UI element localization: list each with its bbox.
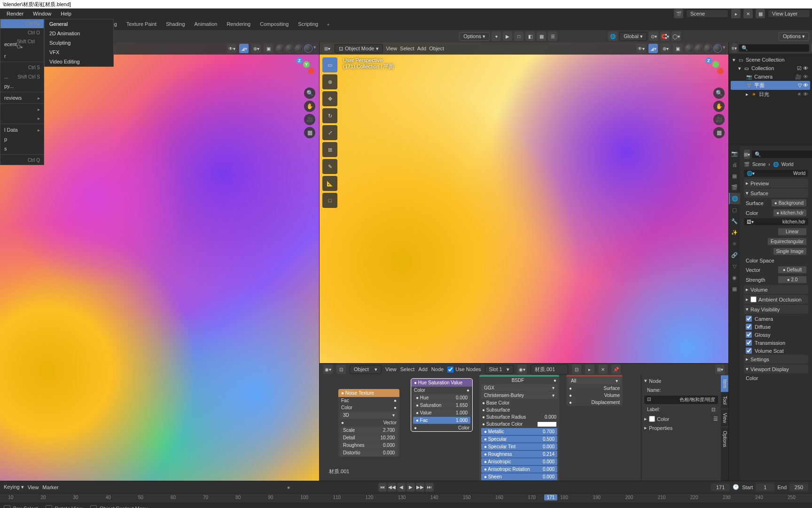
np-label[interactable]: Label:⊡	[644, 406, 718, 413]
np-tab-tool[interactable]: Tool	[721, 392, 728, 408]
snap3-icon[interactable]: ▦	[537, 32, 546, 41]
gizmo-y[interactable]: Y	[303, 61, 310, 68]
shade-matprev-r[interactable]	[704, 44, 712, 53]
file-menu-import[interactable]: ▸	[0, 105, 44, 114]
file-menu-save[interactable]: Ctrl S	[0, 63, 44, 72]
menu-render[interactable]: Render	[2, 9, 28, 18]
current-frame[interactable]: 171	[711, 484, 730, 491]
ptab-output[interactable]: 🖨	[729, 159, 740, 170]
viewport-right[interactable]: ⊞▾ ⊡ Object Mode ▾ View Select Add Objec…	[320, 42, 728, 481]
tab-add[interactable]: +	[323, 20, 333, 29]
file-menu-externaldata[interactable]: l Data▸	[0, 125, 44, 135]
shade-solid[interactable]	[285, 44, 294, 53]
ptab-texture[interactable]: ▦	[729, 283, 740, 294]
sec-viewport[interactable]: ▾ Viewport Display	[744, 365, 808, 373]
new-sculpting[interactable]: Sculpting	[45, 38, 113, 48]
tool-add[interactable]: □	[322, 193, 337, 208]
orient-icon[interactable]: 🌐	[608, 32, 617, 41]
nav-gizmo-left[interactable]: Z Y	[289, 57, 315, 84]
pan-icon[interactable]: ✋	[304, 101, 315, 112]
snap4-icon[interactable]: ☰	[548, 32, 557, 41]
vp-vis-icon[interactable]: 👁▾	[227, 44, 236, 53]
vp-gizmo-icon-r[interactable]: ◢▾	[648, 44, 658, 53]
play-fwd[interactable]: ▶	[406, 483, 415, 492]
file-menu-copy[interactable]: py...	[0, 81, 44, 91]
key-prev[interactable]: ◀◀	[388, 483, 396, 492]
tab-shading[interactable]: Shading	[161, 19, 189, 30]
cursor-icon[interactable]: ▾	[492, 32, 501, 41]
new-video[interactable]: Video Editing	[45, 57, 113, 66]
shade-wire-r[interactable]	[685, 44, 694, 53]
scene-del-icon[interactable]: ✕	[743, 9, 753, 18]
ne-menu-node[interactable]: Node	[431, 366, 444, 372]
ol-plane[interactable]: ▽平面▽ 👁	[731, 81, 810, 90]
tl-keying[interactable]: Keying ▾	[4, 484, 24, 490]
ne-menu-add[interactable]: Add	[418, 366, 428, 372]
ol-camera[interactable]: 📷Camera🎥 👁	[731, 72, 810, 81]
file-menu-cleanup[interactable]: p	[0, 135, 44, 144]
mat-del-icon[interactable]: ✕	[598, 365, 608, 374]
gizmo-x[interactable]	[308, 68, 314, 74]
gizmo-z-r[interactable]: Z	[705, 57, 712, 64]
persp-icon[interactable]: ▦	[304, 127, 315, 138]
np-properties[interactable]: Properties	[649, 425, 672, 431]
tool-rotate[interactable]: ↻	[322, 108, 337, 123]
gizmo-x-r[interactable]	[717, 68, 724, 74]
ne-menu-select[interactable]: Select	[400, 366, 415, 372]
new-2d[interactable]: 2D Animation	[45, 29, 113, 38]
world-selector[interactable]: 🌐▾World	[744, 170, 808, 177]
ptab-viewlayer[interactable]: ▦	[729, 170, 740, 182]
ptab-data[interactable]: ▽	[729, 261, 740, 272]
outliner-search[interactable]	[739, 44, 809, 52]
tool-measure[interactable]: 📐	[322, 176, 337, 191]
prop-search[interactable]	[752, 151, 812, 158]
shade-wire[interactable]	[276, 44, 284, 53]
sec-settings[interactable]: ▸ Settings	[744, 355, 808, 364]
np-name[interactable]: Name:	[644, 387, 718, 394]
vp-xray-icon-r[interactable]: ▣	[673, 44, 682, 53]
camera-icon-r[interactable]: 🎥	[713, 114, 725, 125]
np-tab-view[interactable]: View	[721, 409, 728, 427]
orientation-selector[interactable]: Global ▾	[619, 32, 647, 41]
shade-rendered-r[interactable]	[713, 44, 722, 53]
prop-edit-icon[interactable]: ◯▾	[671, 32, 681, 41]
file-menu-defaults[interactable]: s	[0, 144, 44, 153]
gizmo-z[interactable]: Z	[296, 57, 303, 64]
sec-preview[interactable]: ▸ Preview	[744, 179, 808, 188]
jump-start[interactable]: ⏮	[378, 483, 387, 492]
ptab-scene[interactable]: 🎬	[729, 182, 740, 193]
new-general[interactable]: General	[45, 19, 113, 29]
use-nodes-toggle[interactable]: Use Nodes	[447, 366, 481, 373]
ol-scene-collection[interactable]: ▾▭Scene Collection	[731, 56, 810, 64]
mat-link-icon[interactable]: 📌	[611, 365, 621, 374]
vp-vis-icon-r[interactable]: 👁▾	[636, 44, 646, 53]
tool-scale[interactable]: ⤢	[322, 125, 337, 140]
file-menu-export[interactable]: ▸	[0, 114, 44, 123]
mat-new-icon[interactable]: ▸	[585, 365, 594, 374]
crumb-world[interactable]: World	[781, 162, 794, 167]
end-frame[interactable]: 250	[789, 484, 808, 491]
options-button-2[interactable]: Options ▾	[779, 32, 809, 41]
editor-type-icon[interactable]: ⊞▾	[322, 44, 332, 53]
np-color[interactable]: Color	[657, 416, 669, 422]
scene-icon[interactable]: 🎬	[674, 9, 683, 18]
np-tab-item[interactable]: Item	[721, 375, 728, 392]
tab-rendering[interactable]: Rendering	[222, 19, 255, 30]
vp-overlay-icon[interactable]: ⊕▾	[251, 44, 261, 53]
play-icon[interactable]: ▶	[503, 32, 512, 41]
file-menu-recent[interactable]: ecentShift Ctrl O▸	[0, 37, 44, 51]
ptab-modifier[interactable]: 🔧	[729, 215, 740, 227]
timeline-ruler[interactable]: 171 102030405060708090100110120130140150…	[0, 493, 812, 502]
node-editor-canvas[interactable]: 材质.001 ● Noise Texture Fac● Color● 3D▾ ●…	[320, 375, 728, 481]
ne-menu-view[interactable]: View	[385, 366, 397, 372]
node-noise-texture[interactable]: ● Noise Texture Fac● Color● 3D▾ ●Vector …	[338, 389, 399, 457]
clock-icon[interactable]: 🕐	[733, 484, 739, 490]
outliner-type-icon[interactable]: ≡▾	[732, 43, 737, 53]
slot-selector[interactable]: Slot 1 ▾	[485, 365, 514, 374]
ptab-constraint[interactable]: 🔗	[729, 249, 740, 261]
options-button[interactable]: Options ▾	[459, 32, 490, 41]
tab-scripting[interactable]: Scripting	[293, 19, 323, 30]
play-rev[interactable]: ◀	[397, 483, 406, 492]
shade-rendered[interactable]	[304, 44, 312, 53]
nav-gizmo-right[interactable]: Z	[698, 57, 725, 84]
